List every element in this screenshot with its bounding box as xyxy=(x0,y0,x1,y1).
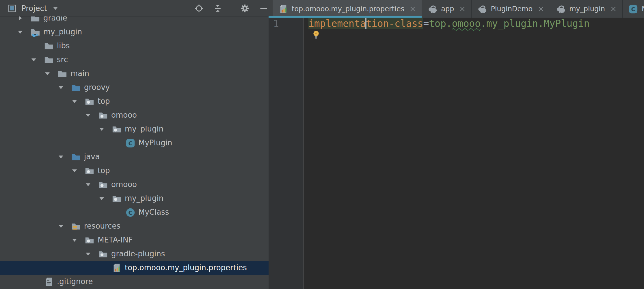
java-class-icon: C xyxy=(125,207,135,218)
tree-item-meta-inf[interactable]: META-INF xyxy=(0,233,269,247)
tree-item-omooo[interactable]: omooo xyxy=(0,178,269,192)
tree-item-src[interactable]: src xyxy=(0,53,269,67)
tree-item-label: .gitignore xyxy=(57,277,93,286)
tab-label: M xyxy=(642,5,644,13)
tree-item-label: top xyxy=(98,166,110,175)
package-folder-icon xyxy=(98,249,108,259)
groovy-class-icon: C xyxy=(125,138,135,148)
module-folder-icon xyxy=(30,27,40,37)
tree-item--gitignore[interactable]: .gitignore xyxy=(0,275,269,289)
tree-item-main[interactable]: main xyxy=(0,67,269,81)
tree-expand-arrow-down-icon[interactable] xyxy=(85,112,92,119)
tree-item-my_plugin[interactable]: my_plugin xyxy=(0,25,269,39)
tree-item-resources[interactable]: resources xyxy=(0,219,269,233)
tab-close-icon[interactable] xyxy=(537,5,545,13)
intention-lightbulb-icon[interactable] xyxy=(312,29,321,41)
tab-close-icon[interactable] xyxy=(610,5,617,13)
tree-item-label: my_plugin xyxy=(125,194,163,203)
token-value: .my_plugin.MyPlugin xyxy=(481,18,590,29)
tree-item-top[interactable]: top xyxy=(0,164,269,178)
tree-item-myclass[interactable]: CMyClass xyxy=(0,205,269,219)
tree-item-my_plugin[interactable]: my_plugin xyxy=(0,192,269,205)
tree-expand-arrow-down-icon[interactable] xyxy=(71,237,78,244)
editor-gutter: 1 xyxy=(269,18,304,289)
source-folder-icon xyxy=(71,82,81,93)
properties-file-icon xyxy=(111,263,122,273)
tree-item-top[interactable]: top xyxy=(0,95,269,108)
editor-area: top.omooo.my_plugin.properties app xyxy=(269,0,644,289)
project-tool-window: gradle my_pluginlibssrcmaingroovytopomoo… xyxy=(0,0,269,289)
tree-item-gradle-plugins[interactable]: gradle-plugins xyxy=(0,247,269,261)
svg-text:C: C xyxy=(631,6,635,12)
editor-tab-plugindemo[interactable]: PluginDemo xyxy=(472,0,550,18)
project-tree: gradle my_pluginlibssrcmaingroovytopomoo… xyxy=(0,0,269,289)
tree-item-label: java xyxy=(84,152,100,161)
tree-indent-spacer xyxy=(112,140,119,147)
tree-item-libs[interactable]: libs xyxy=(0,39,269,53)
editor-tab-top-omooo-my_plugin-properties[interactable]: top.omooo.my_plugin.properties xyxy=(273,0,422,18)
tree-item-label: my_plugin xyxy=(43,27,82,36)
editor-tab-m[interactable]: CM xyxy=(623,0,644,18)
project-panel-header: Project xyxy=(0,0,269,16)
tree-expand-arrow-down-icon[interactable] xyxy=(71,167,78,174)
tree-item-omooo[interactable]: omooo xyxy=(0,108,269,122)
tree-expand-arrow-down-icon[interactable] xyxy=(57,223,64,230)
tree-expand-arrow-down-icon[interactable] xyxy=(17,29,24,36)
panel-title[interactable]: Project xyxy=(21,4,47,13)
tab-close-icon[interactable] xyxy=(409,5,416,13)
properties-file-icon xyxy=(278,4,288,14)
resources-folder-icon xyxy=(71,221,81,231)
tree-expand-arrow-down-icon[interactable] xyxy=(85,251,92,257)
toolbar-separator xyxy=(231,3,231,14)
tree-expand-arrow-down-icon[interactable] xyxy=(98,195,105,202)
tab-close-icon[interactable] xyxy=(459,5,466,13)
tree-item-label: src xyxy=(57,55,68,64)
tree-expand-arrow-down-icon[interactable] xyxy=(57,84,64,91)
editor-tab-app[interactable]: app xyxy=(422,0,472,18)
tree-item-label: resources xyxy=(84,222,120,230)
tree-indent-spacer xyxy=(98,264,105,271)
code-editor-surface[interactable]: implementation-class=top.omooo .my_plugi… xyxy=(304,18,644,289)
tree-item-java[interactable]: java xyxy=(0,150,269,164)
editor-tab-my_plugin[interactable]: my_plugin xyxy=(550,0,623,18)
groovy-class-icon: C xyxy=(628,4,638,14)
tree-indent-spacer xyxy=(30,42,37,49)
ide-window: gradle my_pluginlibssrcmaingroovytopomoo… xyxy=(0,0,644,289)
package-folder-icon xyxy=(111,124,122,134)
tree-item-top-omooo-my_plugin-properties[interactable]: top.omooo.my_plugin.properties xyxy=(0,261,269,275)
panel-header-actions xyxy=(185,0,269,16)
tree-expand-arrow-down-icon[interactable] xyxy=(71,98,78,105)
gradle-elephant-icon xyxy=(477,4,487,14)
tree-item-label: main xyxy=(70,69,89,78)
tree-expand-arrow-down-icon[interactable] xyxy=(30,56,37,63)
tree-item-label: META-INF xyxy=(98,236,133,244)
tree-item-label: MyClass xyxy=(138,208,169,216)
line-number: 1 xyxy=(269,18,303,30)
locate-icon[interactable] xyxy=(194,3,204,13)
gradle-elephant-icon xyxy=(428,4,438,14)
package-folder-icon xyxy=(98,110,108,121)
folder-icon xyxy=(44,55,54,65)
tree-expand-arrow-down-icon[interactable] xyxy=(44,70,51,77)
tree-item-my_plugin[interactable]: my_plugin xyxy=(0,122,269,136)
settings-gear-icon[interactable] xyxy=(240,3,250,13)
package-folder-icon xyxy=(84,235,95,245)
tree-item-label: top.omooo.my_plugin.properties xyxy=(125,263,247,272)
chevron-down-icon[interactable] xyxy=(53,7,58,10)
tree-expand-arrow-down-icon[interactable] xyxy=(98,126,105,133)
collapse-all-icon[interactable] xyxy=(213,3,222,13)
tree-item-groovy[interactable]: groovy xyxy=(0,81,269,95)
package-folder-icon xyxy=(84,166,95,176)
tree-item-myplugin[interactable]: CMyPlugin xyxy=(0,136,269,150)
tree-expand-arrow-down-icon[interactable] xyxy=(57,153,64,160)
tree-expand-arrow-down-icon[interactable] xyxy=(85,181,92,188)
code-line-1: implementation-class=top.omooo .my_plugi… xyxy=(304,18,644,30)
tree-item-label: gradle-plugins xyxy=(111,249,165,258)
tab-label: top.omooo.my_plugin.properties xyxy=(292,5,404,13)
folder-icon xyxy=(57,68,68,79)
svg-text:C: C xyxy=(128,209,132,216)
project-tool-window-icon xyxy=(8,4,16,12)
token-typo-squiggle: omooo xyxy=(452,18,481,30)
hide-panel-icon[interactable] xyxy=(259,3,269,13)
tree-item-label: MyPlugin xyxy=(138,138,172,147)
